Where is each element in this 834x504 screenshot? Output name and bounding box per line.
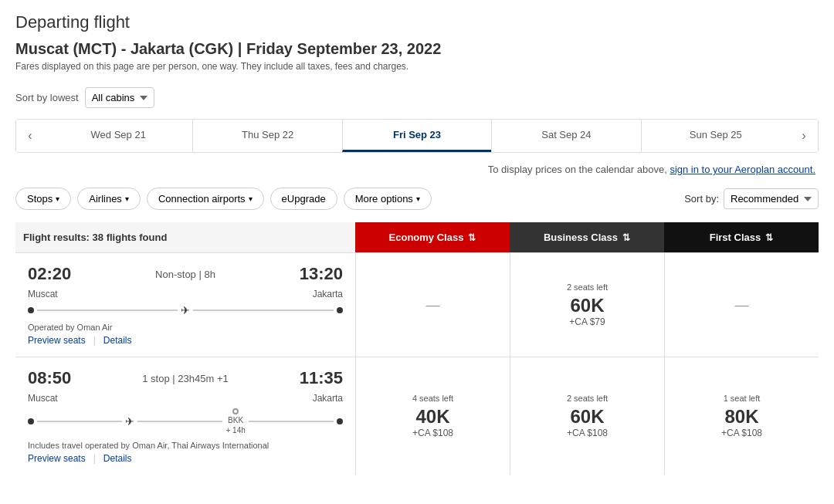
details-link-1[interactable]: Details	[103, 453, 132, 464]
dest-dot-1	[337, 418, 343, 425]
depart-time-1: 08:50	[28, 368, 71, 388]
flight-line-0	[37, 310, 178, 311]
airlines-filter[interactable]: Airlines ▾	[77, 188, 141, 210]
date-tab-0[interactable]: Wed Sep 21	[44, 120, 192, 152]
sort-lowest-label: Sort by lowest	[15, 92, 79, 103]
first-dash-0: —	[735, 297, 749, 313]
from-city-1: Muscat	[28, 393, 58, 404]
business-cash-0: +CA $79	[569, 316, 605, 327]
business-fare-1[interactable]: 2 seats left 60K +CA $108	[510, 357, 664, 475]
page-title: Departing flight	[15, 12, 819, 32]
economy-cash-1: +CA $108	[412, 428, 453, 438]
table-row: 08:50 1 stop | 23h45m +1 11:35 Muscat Ja…	[15, 357, 819, 475]
operated-by-0: Operated by Oman Air	[28, 323, 343, 332]
date-tab-2[interactable]: Fri Sep 23	[342, 120, 491, 152]
operated-by-1: Includes travel operated by Oman Air, Th…	[28, 441, 343, 450]
date-tab-3[interactable]: Sat Sep 24	[491, 120, 640, 152]
table-row: 02:20 Non-stop | 8h 13:20 Muscat Jakarta…	[15, 252, 819, 357]
business-points-0: 60K	[570, 295, 604, 316]
more-options-filter[interactable]: More options ▾	[344, 188, 432, 210]
route-line: Muscat (MCT) - Jakarta (CGK) | Friday Se…	[15, 40, 819, 58]
business-seats-0: 2 seats left	[567, 282, 608, 292]
date-tab-1[interactable]: Thu Sep 22	[192, 120, 341, 152]
stop-code-1: BKK	[228, 416, 243, 425]
details-link-0[interactable]: Details	[103, 335, 132, 346]
depart-time-0: 02:20	[28, 264, 71, 284]
business-class-header[interactable]: Business Class ⇅	[510, 222, 664, 252]
connection-airports-filter[interactable]: Connection airports ▾	[147, 188, 264, 210]
stop-duration-1: + 14h	[225, 426, 245, 435]
fare-note: Fares displayed on this page are per per…	[15, 61, 819, 72]
sort-by-label: Sort by:	[684, 193, 719, 205]
first-fare-0: —	[664, 253, 819, 357]
flight-line-1a	[37, 421, 122, 422]
date-prev-arrow[interactable]: ‹	[16, 120, 44, 152]
preview-seats-link-0[interactable]: Preview seats	[28, 335, 86, 346]
first-sort-icon: ⇅	[765, 232, 773, 243]
origin-dot-1	[28, 418, 34, 425]
flight-results-label: Flight results: 38 flights found	[15, 222, 355, 252]
filters-row: Stops ▾ Airlines ▾ Connection airports ▾…	[15, 188, 819, 210]
first-points-1: 80K	[724, 406, 758, 428]
first-fare-1[interactable]: 1 seat left 80K +CA $108	[664, 357, 819, 475]
flight-info-0: 02:20 Non-stop | 8h 13:20 Muscat Jakarta…	[15, 253, 355, 357]
date-tab-4[interactable]: Sun Sep 25	[641, 120, 790, 152]
stop-type-1: 1 stop | 23h45m +1	[80, 373, 290, 384]
flight-line-0b	[193, 310, 334, 311]
date-navigation: ‹ Wed Sep 21 Thu Sep 22 Fri Sep 23 Sat S…	[15, 119, 819, 153]
flight-line-1c	[249, 421, 334, 422]
results-header: Flight results: 38 flights found Economy…	[15, 222, 819, 252]
first-class-header[interactable]: First Class ⇅	[664, 222, 819, 252]
sign-in-row: To display prices on the calendar above,…	[15, 164, 819, 175]
economy-seats-1: 4 seats left	[412, 394, 453, 403]
flight-line-1b	[137, 421, 222, 422]
flight-info-1: 08:50 1 stop | 23h45m +1 11:35 Muscat Ja…	[15, 357, 355, 475]
cabin-sort-select[interactable]: All cabins Economy Business First	[85, 87, 154, 108]
from-city-0: Muscat	[28, 289, 58, 299]
date-next-arrow[interactable]: ›	[790, 120, 818, 152]
economy-fare-0: —	[355, 253, 510, 357]
first-cash-1: +CA $108	[721, 428, 762, 438]
business-seats-1: 2 seats left	[567, 394, 608, 403]
dest-dot-0	[337, 307, 343, 313]
business-fare-0[interactable]: 2 seats left 60K +CA $79	[510, 253, 664, 357]
first-seats-1: 1 seat left	[724, 394, 761, 403]
plane-icon-1: ✈	[125, 415, 134, 428]
plane-icon-0: ✈	[181, 304, 190, 316]
stop-marker-1: BKK + 14h	[225, 408, 245, 435]
sort-by-select[interactable]: Recommended Price Duration	[724, 188, 819, 209]
economy-dash-0: —	[426, 297, 440, 313]
economy-fare-1[interactable]: 4 seats left 40K +CA $108	[355, 357, 510, 475]
business-cash-1: +CA $108	[567, 428, 608, 438]
economy-class-header[interactable]: Economy Class ⇅	[355, 222, 510, 252]
business-sort-icon: ⇅	[622, 232, 630, 243]
economy-sort-icon: ⇅	[468, 232, 476, 243]
economy-points-1: 40K	[415, 406, 449, 428]
stop-type-0: Non-stop | 8h	[80, 269, 290, 280]
origin-dot-0	[28, 307, 34, 313]
business-points-1: 60K	[570, 406, 604, 428]
to-city-1: Jakarta	[313, 393, 343, 404]
sort-by-group: Sort by: Recommended Price Duration	[684, 188, 819, 209]
eupgrade-filter[interactable]: eUpgrade	[270, 188, 337, 210]
preview-seats-link-1[interactable]: Preview seats	[28, 453, 86, 464]
arrive-time-0: 13:20	[300, 264, 343, 284]
sign-in-link[interactable]: sign in to your Aeroplan account.	[670, 164, 815, 175]
to-city-0: Jakarta	[313, 289, 343, 299]
arrive-time-1: 11:35	[300, 368, 343, 388]
stop-dot-1	[232, 408, 239, 414]
stops-filter[interactable]: Stops ▾	[15, 188, 71, 210]
